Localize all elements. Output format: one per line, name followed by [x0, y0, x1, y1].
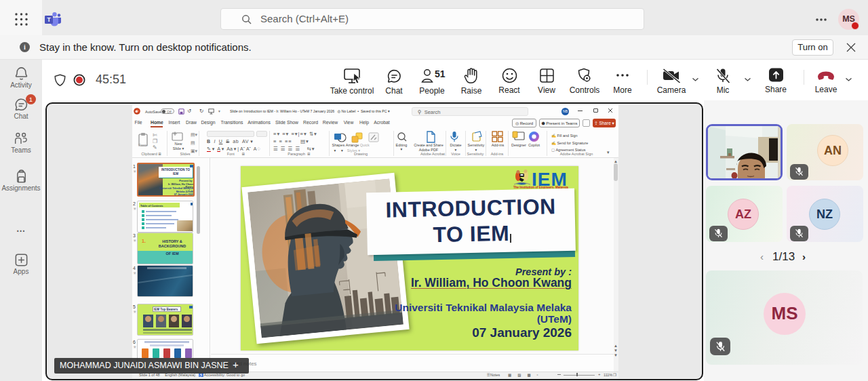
svg-text:T: T	[47, 16, 51, 23]
svg-text:51: 51	[435, 68, 446, 79]
